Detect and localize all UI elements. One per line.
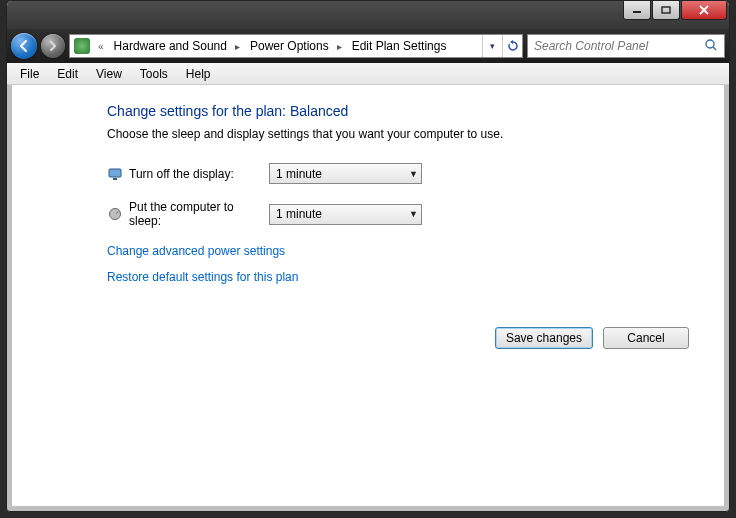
breadcrumb-hardware-sound[interactable]: Hardware and Sound — [108, 35, 231, 57]
cancel-button[interactable]: Cancel — [603, 327, 689, 349]
forward-button[interactable] — [41, 34, 65, 58]
crumb-leading: « — [94, 41, 108, 52]
menu-view[interactable]: View — [87, 65, 131, 83]
setting-label: Put the computer to sleep: — [129, 200, 269, 228]
minimize-button[interactable] — [623, 1, 651, 20]
save-button[interactable]: Save changes — [495, 327, 593, 349]
address-dropdown[interactable]: ▾ — [482, 35, 502, 57]
footer-buttons: Save changes Cancel — [495, 327, 689, 349]
window: « Hardware and Sound ▸ Power Options ▸ E… — [6, 0, 730, 512]
chevron-right-icon: ▸ — [333, 41, 346, 52]
select-value: 1 minute — [276, 167, 322, 181]
breadcrumb-power-options[interactable]: Power Options — [244, 35, 333, 57]
svg-point-2 — [706, 40, 714, 48]
display-timeout-select[interactable]: 1 minute ▼ — [269, 163, 422, 184]
back-button[interactable] — [11, 33, 37, 59]
svg-rect-0 — [633, 11, 641, 13]
chevron-down-icon: ▼ — [409, 209, 418, 219]
address-bar[interactable]: « Hardware and Sound ▸ Power Options ▸ E… — [69, 34, 523, 58]
content-area: Change settings for the plan: Balanced C… — [7, 85, 729, 296]
close-button[interactable] — [681, 1, 727, 20]
svg-rect-4 — [109, 169, 121, 177]
setting-row-display: Turn off the display: 1 minute ▼ — [107, 163, 689, 184]
control-panel-icon — [74, 38, 90, 54]
breadcrumb-edit-plan[interactable]: Edit Plan Settings — [346, 35, 451, 57]
refresh-button[interactable] — [502, 35, 522, 57]
chevron-right-icon: ▸ — [231, 41, 244, 52]
page-heading: Change settings for the plan: Balanced — [107, 103, 689, 119]
display-icon — [107, 166, 123, 182]
nav-bar: « Hardware and Sound ▸ Power Options ▸ E… — [7, 29, 729, 63]
search-box[interactable] — [527, 34, 725, 58]
menu-help[interactable]: Help — [177, 65, 220, 83]
svg-rect-5 — [113, 178, 117, 180]
titlebar — [7, 1, 729, 29]
maximize-button[interactable] — [652, 1, 680, 20]
search-input[interactable] — [534, 39, 704, 53]
svg-line-3 — [713, 47, 716, 50]
select-value: 1 minute — [276, 207, 322, 221]
search-icon — [704, 38, 718, 55]
links-section: Change advanced power settings Restore d… — [107, 244, 689, 296]
menu-tools[interactable]: Tools — [131, 65, 177, 83]
setting-row-sleep: Put the computer to sleep: 1 minute ▼ — [107, 200, 689, 228]
svg-rect-1 — [662, 7, 670, 13]
advanced-settings-link[interactable]: Change advanced power settings — [107, 244, 285, 258]
menu-edit[interactable]: Edit — [48, 65, 87, 83]
sleep-timeout-select[interactable]: 1 minute ▼ — [269, 204, 422, 225]
menu-bar: File Edit View Tools Help — [7, 63, 729, 85]
sleep-icon — [107, 206, 123, 222]
setting-label: Turn off the display: — [129, 167, 269, 181]
restore-defaults-link[interactable]: Restore default settings for this plan — [107, 270, 298, 284]
chevron-down-icon: ▼ — [409, 169, 418, 179]
page-description: Choose the sleep and display settings th… — [107, 127, 689, 141]
menu-file[interactable]: File — [11, 65, 48, 83]
